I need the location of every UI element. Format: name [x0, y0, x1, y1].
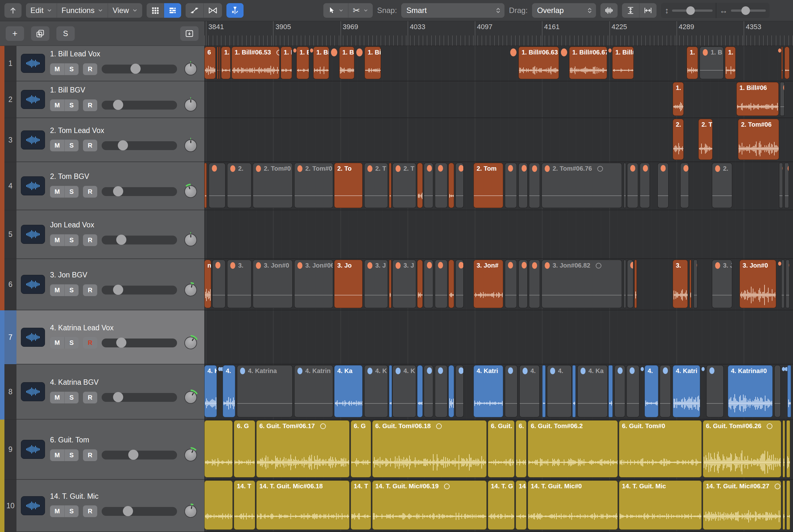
audio-region[interactable]: 4. Ka [334, 365, 363, 417]
region-dot-marker[interactable] [778, 260, 780, 308]
audio-region[interactable]: 6 [204, 46, 216, 79]
volume-slider[interactable] [102, 286, 177, 294]
audio-region[interactable]: 2. T [698, 119, 713, 160]
track-header[interactable]: 2. Tom BGVMSR [17, 162, 204, 210]
audio-region[interactable]: 1. [725, 46, 736, 79]
audio-region[interactable] [690, 260, 691, 308]
audio-region[interactable] [627, 163, 638, 208]
region-dot-marker[interactable] [356, 46, 363, 79]
arrange-lane[interactable]: n3.3. Jon#03. Jon#063. Jo3. J3. J3. Jon#… [204, 259, 793, 310]
audio-region[interactable] [389, 365, 392, 417]
add-track-button[interactable]: + [6, 26, 24, 41]
track-name[interactable]: Jon Lead Vox [50, 221, 200, 229]
audio-region[interactable]: 2. [673, 119, 684, 160]
pan-knob[interactable] [183, 232, 199, 248]
audio-region[interactable]: 14. T. Guit. Mic#06.27 [703, 480, 781, 530]
record-enable-button[interactable]: R [83, 337, 97, 349]
audio-region[interactable]: 6. Guit. Tom#06.18 [372, 420, 487, 477]
audio-region[interactable]: 6. G [234, 420, 255, 477]
audio-region[interactable] [781, 46, 783, 79]
audio-region[interactable]: 4. Katrin [294, 365, 333, 417]
volume-slider[interactable] [102, 64, 177, 74]
record-enable-button[interactable]: R [83, 186, 97, 197]
arrange-lane[interactable]: 14. T14. T. Guit. Mic#06.1814. T14. T. G… [204, 480, 793, 532]
track-header[interactable]: Jon Lead VoxMSR [17, 210, 204, 259]
volume-slider[interactable] [102, 339, 177, 347]
audio-region[interactable] [781, 260, 785, 308]
audio-region[interactable] [505, 365, 517, 417]
region-dot-marker[interactable] [218, 365, 220, 417]
track-name[interactable]: 6. Guit. Tom [50, 436, 200, 444]
duplicate-track-button[interactable] [31, 26, 50, 41]
audio-region[interactable]: 2. [227, 163, 251, 208]
audio-region[interactable]: 1. Bill# [612, 46, 634, 79]
audio-region[interactable] [212, 260, 226, 308]
audio-region[interactable] [424, 365, 433, 417]
back-button[interactable] [4, 3, 21, 18]
audio-region[interactable]: 6. Guit. Tom#06.26 [703, 420, 781, 477]
audio-region[interactable] [785, 46, 790, 79]
track-name[interactable]: 4. Katrina Lead Vox [50, 324, 200, 332]
arrange-lane[interactable]: 1.1. Bill#06 [204, 81, 793, 118]
audio-region[interactable]: 2. T [364, 163, 388, 208]
arrange-lane[interactable]: 4. Kat4.4. Katrina4. Katrin4. Ka4. K4. K… [204, 364, 793, 420]
track-header[interactable]: 4. Katrina BGVMSR [17, 364, 204, 420]
menu-edit[interactable]: Edit [26, 3, 57, 18]
audio-region[interactable] [217, 46, 219, 79]
audio-region[interactable] [417, 163, 423, 208]
audio-region[interactable]: 1. Bill#06.53 [231, 46, 280, 79]
audio-region[interactable] [624, 163, 626, 208]
arrange-lane[interactable]: 61. B1. Bill#06.531. Bil1. Bill1. Bill#1… [204, 46, 793, 81]
audio-region[interactable]: 1. Bill# [364, 46, 381, 79]
audio-region[interactable] [660, 365, 671, 417]
region-dot-marker[interactable] [310, 46, 313, 79]
record-enable-button[interactable]: R [83, 99, 97, 111]
solo-button[interactable]: S [64, 506, 78, 517]
volume-slider[interactable] [102, 141, 177, 150]
audio-region[interactable]: 6. Guit. Tom#06.2 [528, 420, 618, 477]
solo-button[interactable]: S [64, 449, 78, 461]
audio-region[interactable]: 14. T. Guit. Mic#06.18 [256, 480, 350, 530]
region-dot-marker[interactable] [293, 46, 296, 79]
mute-button[interactable]: M [50, 186, 64, 197]
record-enable-button[interactable]: R [83, 449, 97, 461]
audio-region[interactable]: 6. Guit. [488, 420, 515, 477]
track-name[interactable]: 3. Jon BGV [50, 271, 200, 279]
region-dot-marker[interactable] [701, 365, 703, 417]
audio-region[interactable]: 1. Bill# [313, 46, 329, 79]
audio-region[interactable] [608, 365, 613, 417]
track-header[interactable]: 3. Jon BGVMSR [17, 259, 204, 310]
audio-region[interactable]: 1. B [700, 46, 724, 79]
audio-region[interactable]: n [204, 260, 211, 308]
region-dot-marker[interactable] [608, 46, 611, 79]
audio-region[interactable] [389, 163, 392, 208]
audio-region[interactable]: 1. Bill#06.67 [569, 46, 607, 79]
audio-region[interactable] [204, 420, 233, 477]
summing-stack-button[interactable]: S [56, 26, 75, 41]
audio-region[interactable] [786, 480, 790, 530]
audio-region[interactable]: 4. Katri [473, 365, 503, 417]
audio-region[interactable]: 6. G [351, 420, 371, 477]
volume-slider[interactable] [102, 235, 177, 245]
audio-region[interactable]: 14. T. Guit. Mic#06.19 [372, 480, 487, 530]
horizontal-zoom-slider[interactable] [731, 10, 766, 12]
audio-region[interactable]: 4. Katrina [237, 365, 292, 417]
pan-knob[interactable] [183, 447, 199, 463]
audio-region[interactable] [615, 365, 625, 417]
audio-region[interactable]: 2. T [392, 163, 416, 208]
track-name[interactable]: 4. Katrina BGV [50, 378, 200, 387]
audio-region[interactable] [455, 260, 464, 308]
audio-region[interactable]: 4. [520, 365, 540, 417]
audio-region[interactable] [680, 163, 689, 208]
audio-region[interactable]: 3. [529, 260, 540, 308]
pan-knob[interactable] [183, 61, 199, 77]
pan-knob[interactable] [183, 390, 199, 405]
audio-region[interactable]: 14. T. Guit. Mic [619, 480, 702, 530]
audio-region[interactable]: 1. Bill#06.63 [518, 46, 559, 79]
audio-region[interactable] [572, 365, 576, 417]
audio-region[interactable] [219, 46, 221, 79]
mute-button[interactable]: M [50, 392, 64, 403]
audio-region[interactable]: 1. Bil [281, 46, 292, 79]
arrange-lane[interactable] [204, 310, 793, 364]
audio-region[interactable] [626, 365, 639, 417]
